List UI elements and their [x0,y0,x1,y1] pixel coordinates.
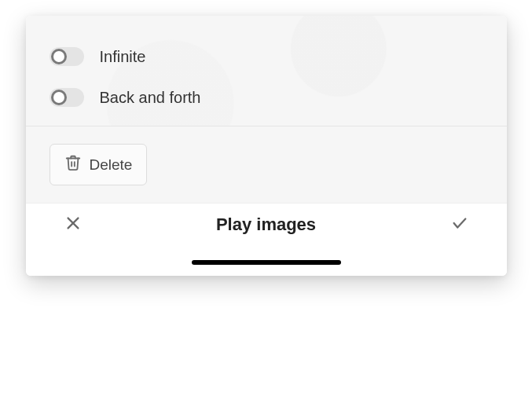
infinite-label: Infinite [100,48,146,66]
infinite-toggle[interactable] [50,47,84,66]
back-and-forth-row: Back and forth [50,77,483,118]
back-and-forth-label: Back and forth [100,89,201,107]
back-and-forth-toggle[interactable] [50,88,84,107]
trash-icon [64,154,82,175]
check-icon [451,214,468,235]
home-indicator[interactable] [192,260,341,265]
settings-panel: Infinite Back and forth Delete [26,16,507,276]
toggle-settings-section: Infinite Back and forth [26,16,507,126]
toggle-knob-icon [51,49,67,64]
cancel-button[interactable] [50,214,97,235]
delete-section: Delete [26,126,507,203]
infinite-row: Infinite [50,36,483,77]
delete-button-label: Delete [90,156,133,174]
delete-button[interactable]: Delete [50,144,148,185]
footer-bar: Play images [26,203,507,238]
footer-title: Play images [97,214,436,235]
confirm-button[interactable] [436,214,483,235]
close-icon [64,214,82,235]
toggle-knob-icon [51,90,67,105]
home-indicator-area [26,238,507,276]
